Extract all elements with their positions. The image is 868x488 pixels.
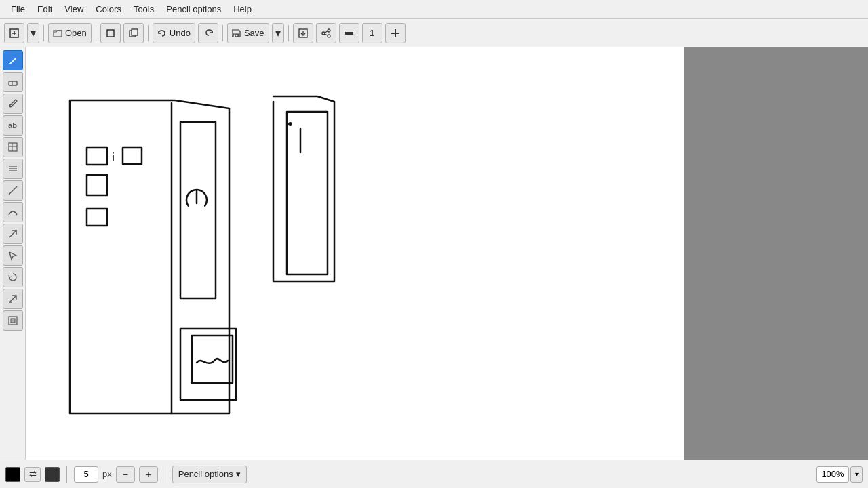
- tool-select[interactable]: [3, 245, 23, 266]
- svg-line-13: [325, 31, 328, 33]
- menu-tools[interactable]: Tools: [128, 3, 159, 16]
- crop-button[interactable]: [100, 23, 121, 43]
- save-button[interactable]: Save: [227, 23, 269, 43]
- svg-line-30: [9, 296, 16, 302]
- separator-1: [43, 25, 44, 41]
- undo-button[interactable]: Undo: [153, 23, 195, 43]
- tool-pencil[interactable]: [3, 50, 23, 70]
- menu-pencil-options[interactable]: Pencil options: [161, 3, 226, 16]
- zoom-value: 100%: [816, 466, 849, 483]
- right-panel: [684, 47, 868, 460]
- svg-line-28: [9, 186, 17, 195]
- menu-file[interactable]: File: [5, 3, 31, 16]
- tool-move[interactable]: [3, 289, 23, 309]
- minus-button[interactable]: [339, 23, 359, 43]
- menu-help[interactable]: Help: [228, 3, 257, 16]
- pencil-options-dropdown-icon: ▾: [236, 469, 241, 479]
- share-button[interactable]: [316, 23, 336, 43]
- status-sep-2: [165, 466, 165, 483]
- tool-eraser[interactable]: [3, 72, 23, 92]
- svg-line-14: [325, 34, 328, 35]
- plus-button[interactable]: [385, 23, 406, 43]
- background-color-swatch[interactable]: [45, 467, 60, 482]
- svg-rect-3: [54, 30, 62, 37]
- status-bar: ⇄ px − + Pencil options ▾ 100% ▾: [0, 460, 868, 488]
- svg-rect-7: [235, 35, 238, 37]
- increase-size-button[interactable]: +: [139, 466, 158, 483]
- foreground-color-swatch[interactable]: [5, 467, 20, 482]
- duplicate-button[interactable]: [123, 23, 144, 43]
- pencil-options-label: Pencil options: [178, 469, 233, 479]
- drawing-canvas[interactable]: [26, 47, 684, 460]
- svg-rect-6: [132, 29, 138, 35]
- svg-rect-22: [9, 143, 17, 151]
- svg-point-10: [328, 29, 330, 32]
- decrease-size-button[interactable]: −: [116, 466, 135, 483]
- save-dropdown-button[interactable]: ▾: [272, 23, 284, 43]
- svg-line-18: [9, 64, 9, 64]
- tool-layers[interactable]: [3, 310, 23, 331]
- svg-rect-17: [395, 29, 396, 37]
- open-button[interactable]: Open: [48, 23, 92, 43]
- tool-grid[interactable]: [3, 137, 23, 157]
- main-area: ab: [0, 47, 868, 460]
- stroke-size-input[interactable]: [74, 466, 98, 483]
- menu-edit[interactable]: Edit: [32, 3, 58, 16]
- swap-colors-button[interactable]: ⇄: [24, 467, 41, 482]
- svg-rect-4: [107, 30, 114, 37]
- separator-5: [288, 25, 289, 41]
- separator-4: [222, 25, 223, 41]
- toolbar: ▾ Open Undo Save ▾ 1: [0, 19, 868, 47]
- svg-rect-33: [11, 319, 15, 323]
- tool-curve[interactable]: [3, 202, 23, 222]
- status-sep-1: [66, 466, 67, 483]
- svg-point-12: [322, 32, 325, 35]
- tool-text[interactable]: ab: [3, 115, 23, 136]
- separator-2: [96, 25, 96, 41]
- pencil-options-button[interactable]: Pencil options ▾: [172, 466, 247, 483]
- export-button[interactable]: [293, 23, 313, 43]
- canvas-area[interactable]: [26, 47, 684, 460]
- tool-line[interactable]: [3, 180, 23, 201]
- size-unit-label: px: [102, 469, 112, 479]
- zoom-display: 100% ▾: [816, 466, 863, 483]
- new-dropdown-button[interactable]: ▾: [27, 23, 39, 43]
- svg-rect-19: [9, 81, 17, 85]
- tool-brush[interactable]: [3, 94, 23, 114]
- svg-rect-15: [345, 32, 353, 35]
- toolbox: ab: [0, 47, 26, 460]
- svg-point-11: [328, 35, 330, 37]
- number1-button[interactable]: 1: [362, 23, 382, 43]
- svg-line-29: [9, 230, 16, 237]
- tool-texture[interactable]: [3, 159, 23, 179]
- new-button[interactable]: [4, 23, 24, 43]
- separator-3: [148, 25, 149, 41]
- tool-arrow[interactable]: [3, 224, 23, 244]
- menu-colors[interactable]: Colors: [90, 3, 127, 16]
- redo-button[interactable]: [198, 23, 218, 43]
- menu-bar: File Edit View Colors Tools Pencil optio…: [0, 0, 868, 19]
- menu-view[interactable]: View: [59, 3, 89, 16]
- zoom-dropdown-button[interactable]: ▾: [850, 466, 863, 483]
- tool-lasso[interactable]: [3, 267, 23, 287]
